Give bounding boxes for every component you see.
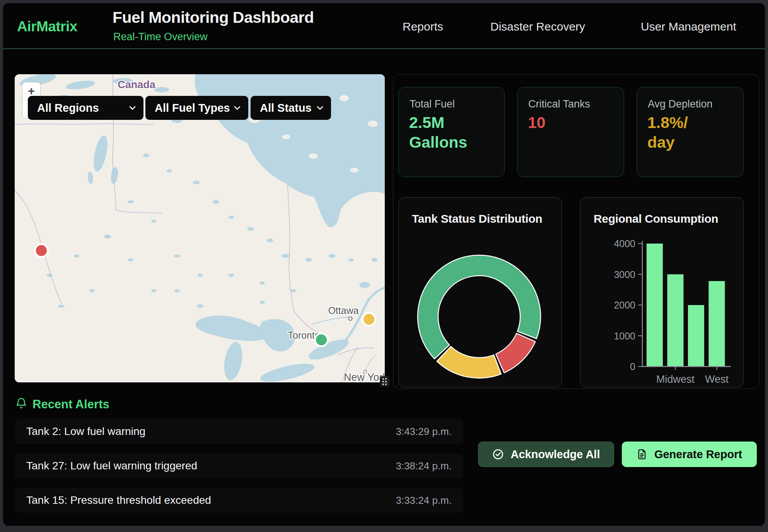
- svg-text:4000: 4000: [614, 238, 635, 249]
- donut-segment-warning: [437, 346, 501, 378]
- alert-message: Tank 15: Pressure threshold exceeded: [26, 494, 211, 506]
- alert-row: Tank 2: Low fuel warning3:43:29 p.m.: [15, 419, 463, 444]
- status-filter-select[interactable]: All Status: [251, 96, 331, 120]
- chevron-down-icon: [317, 106, 323, 110]
- alerts-section-title: Recent Alerts: [32, 397, 109, 411]
- stat-value: 10: [528, 113, 546, 133]
- bar-0: [647, 244, 663, 367]
- stat-value: 2.5MGallons: [409, 113, 467, 152]
- svg-text:Midwest: Midwest: [656, 373, 695, 385]
- tank-status-donut-chart: [399, 198, 562, 388]
- chevron-down-icon: [234, 106, 241, 110]
- region-filter-select[interactable]: All Regions: [28, 96, 143, 120]
- map-resize-handle[interactable]: [380, 376, 389, 387]
- stat-card-critical-tanks: Critical Tanks 10: [517, 87, 624, 177]
- stat-label: Total Fuel: [410, 98, 455, 110]
- svg-text:West: West: [705, 373, 729, 385]
- stat-label: Critical Tanks: [528, 98, 590, 110]
- nav-disaster-recovery[interactable]: Disaster Recovery: [490, 20, 585, 33]
- stat-card-total-fuel: Total Fuel 2.5MGallons: [398, 87, 505, 177]
- chart-title: Tank Status Distribution: [412, 212, 542, 225]
- svg-text:3000: 3000: [614, 269, 635, 280]
- svg-text:2000: 2000: [614, 300, 635, 310]
- stat-label: Avg Depletion: [648, 98, 713, 110]
- map-canvas: Canada Ottawa Toronto New York: [15, 74, 385, 382]
- region-filter-value: All Regions: [37, 102, 99, 114]
- chart-title: Regional Consumption: [594, 212, 718, 225]
- generate-report-label: Generate Report: [654, 448, 742, 461]
- brand-logo: AirMatrix: [17, 19, 77, 35]
- map-label-canada: Canada: [118, 79, 156, 90]
- page-title: Fuel Monitoring Dashboard: [113, 9, 314, 27]
- bar-1: [667, 275, 684, 367]
- donut-segment-critical: [496, 333, 535, 373]
- alert-time: 3:33:24 p.m.: [396, 494, 452, 506]
- fuel-type-filter-select[interactable]: All Fuel Types: [145, 96, 248, 120]
- nav-reports[interactable]: Reports: [403, 20, 443, 33]
- bell-icon: [15, 397, 27, 410]
- bar-3: [709, 281, 725, 367]
- status-filter-value: All Status: [260, 102, 312, 114]
- acknowledge-all-button[interactable]: Acknowledge All: [478, 442, 614, 467]
- regional-consumption-bar-chart: 01000200030004000MidwestWest: [580, 198, 744, 388]
- document-icon: [637, 449, 647, 460]
- nav-user-management[interactable]: User Management: [641, 20, 736, 33]
- alert-message: Tank 27: Low fuel warning triggered: [26, 460, 197, 472]
- ottawa-town-dot: [349, 317, 352, 321]
- stat-value: 1.8%/day: [647, 113, 688, 152]
- tank-marker-normal[interactable]: [315, 334, 328, 346]
- regional-consumption-card: 01000200030004000MidwestWest Regional Co…: [580, 197, 744, 387]
- acknowledge-all-label: Acknowledge All: [511, 448, 600, 461]
- alert-row: Tank 15: Pressure threshold exceeded3:33…: [15, 488, 463, 513]
- tank-marker-critical[interactable]: [35, 244, 48, 257]
- svg-text:0: 0: [630, 361, 635, 372]
- chevron-down-icon: [129, 106, 136, 110]
- header: AirMatrix Fuel Monitoring Dashboard Real…: [3, 3, 765, 49]
- fuel-type-filter-value: All Fuel Types: [155, 102, 230, 114]
- generate-report-button[interactable]: Generate Report: [622, 442, 757, 467]
- alert-time: 3:38:24 p.m.: [396, 460, 452, 472]
- alert-message: Tank 2: Low fuel warning: [26, 425, 145, 438]
- map-label-ottawa: Ottawa: [328, 305, 358, 316]
- check-circle-icon: [492, 448, 504, 460]
- tank-marker-warning[interactable]: [363, 313, 375, 326]
- alert-row: Tank 27: Low fuel warning triggered3:38:…: [15, 454, 463, 478]
- svg-text:1000: 1000: [614, 331, 635, 341]
- alert-time: 3:43:29 p.m.: [396, 426, 452, 438]
- tank-status-card: Tank Status Distribution: [398, 197, 562, 387]
- fuel-map[interactable]: Canada Ottawa Toronto New York: [15, 74, 385, 382]
- page-subtitle: Real-Time Overview: [113, 31, 208, 43]
- alerts-list: Tank 2: Low fuel warning3:43:29 p.m.Tank…: [15, 419, 463, 522]
- bar-2: [688, 305, 704, 367]
- map-label-newyork: New York: [344, 372, 385, 382]
- stat-card-avg-depletion: Avg Depletion 1.8%/day: [637, 87, 744, 177]
